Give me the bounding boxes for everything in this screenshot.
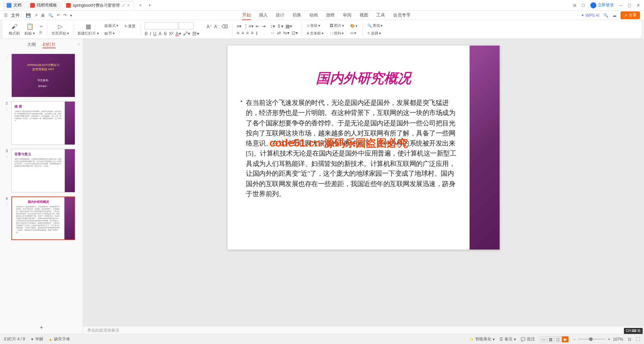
- canvas-scroll[interactable]: 国内外研究概况 在当前这个飞速发展的时代，无论是国内还是国外，发展都是突飞猛进的…: [83, 39, 644, 326]
- expand-icon[interactable]: ⛶: [636, 337, 640, 342]
- bold-icon[interactable]: B: [145, 31, 148, 37]
- cloud-icon[interactable]: ☁: [612, 13, 616, 18]
- section-button[interactable]: ▤节 ▾: [104, 30, 119, 37]
- add-tab-button[interactable]: +: [136, 1, 144, 9]
- increase-font-icon[interactable]: A⁺: [207, 24, 212, 29]
- popup-icon[interactable]: ⤢: [122, 3, 125, 8]
- slide-title[interactable]: 国内外研究概况: [316, 69, 411, 88]
- numbering-icon[interactable]: ⋮≡▾: [244, 23, 253, 29]
- maximize-icon[interactable]: ▢: [628, 3, 631, 8]
- qat-dropdown-icon[interactable]: ▾: [70, 13, 72, 18]
- start-from-button[interactable]: ▷ 当页开始 ▾: [51, 23, 69, 36]
- tab-animation[interactable]: 动画: [309, 11, 318, 20]
- shape-button[interactable]: ◇形状 ▾: [306, 22, 324, 29]
- login-button[interactable]: 立即登录: [590, 2, 614, 8]
- box-icon[interactable]: ⬡: [582, 3, 585, 8]
- arrange-button[interactable]: ⬚排列 ▾: [329, 30, 345, 37]
- superscript-icon[interactable]: X²: [169, 31, 173, 37]
- file-menu[interactable]: 文件: [11, 12, 20, 18]
- fit-icon[interactable]: ⊡: [628, 337, 631, 342]
- tab-review[interactable]: 审阅: [343, 11, 352, 20]
- close-window-icon[interactable]: ✕: [637, 3, 640, 8]
- distribute-icon[interactable]: ⫿: [256, 30, 258, 36]
- hamburger-icon[interactable]: ☰: [4, 13, 8, 18]
- new-slide-button[interactable]: ▦ 新建幻灯片 ▾: [77, 23, 99, 36]
- tab-menu-button[interactable]: ▾: [146, 1, 154, 9]
- slide-thumb-1[interactable]: SPRINGBOOT付费自习 室管理系统 PPT 学生姓名: 指导老师：: [11, 54, 75, 97]
- slide-thumb-4[interactable]: 国内外研究概况 在当前这个飞速发展的时代，无论是国内外，发展都是突飞猛进的，经济…: [11, 196, 75, 240]
- shadow-icon[interactable]: A: [159, 31, 162, 37]
- wps-ai-button[interactable]: ✦ WPS AI: [581, 13, 599, 18]
- tab-design[interactable]: 设计: [276, 11, 284, 20]
- tab-tools[interactable]: 工具: [376, 11, 385, 20]
- undo-icon[interactable]: ↶: [57, 13, 60, 18]
- increase-indent-icon[interactable]: ⇥: [262, 23, 266, 29]
- zoom-in-icon[interactable]: +: [608, 337, 610, 342]
- tab-view[interactable]: 视图: [360, 11, 368, 20]
- print-icon[interactable]: 🖶: [41, 13, 45, 18]
- collapse-icon[interactable]: ‹: [78, 42, 79, 47]
- highlight-icon[interactable]: 🖍▾: [183, 31, 190, 37]
- select-button[interactable]: ↖选择 ▾: [367, 30, 383, 37]
- copy-icon[interactable]: ⎘: [40, 30, 43, 35]
- tab-slideshow[interactable]: 放映: [326, 11, 335, 20]
- thumbnail-list[interactable]: ☆ SPRINGBOOT付费自习 室管理系统 PPT 学生姓名: 指导老师： 2…: [0, 51, 83, 322]
- doc-tab-1[interactable]: 文档: [3, 1, 25, 10]
- missing-font-warning[interactable]: ▲缺失字体: [49, 336, 70, 342]
- doc-tab-3[interactable]: springboot付费自习室管理 ⤢ ×: [62, 1, 134, 10]
- font-size-select[interactable]: [179, 22, 194, 30]
- bullets-icon[interactable]: ≡▾: [236, 23, 241, 29]
- cut-icon[interactable]: ✂: [40, 24, 43, 29]
- redo-icon[interactable]: ↷: [63, 13, 67, 18]
- slide-counter[interactable]: 幻灯片 4 / 9: [4, 336, 25, 342]
- font-color-icon[interactable]: A▾: [175, 31, 181, 37]
- outline-button[interactable]: ▭▾: [350, 30, 358, 36]
- align-center-icon[interactable]: ≡: [241, 30, 244, 36]
- search-icon[interactable]: 🔍: [603, 13, 608, 18]
- align-right-icon[interactable]: ≡: [246, 30, 249, 36]
- star-icon[interactable]: ☆: [5, 203, 8, 206]
- tab-start[interactable]: 开始: [242, 11, 251, 20]
- format-painter-button[interactable]: 🖌 格式刷: [9, 23, 20, 36]
- line-spacing-icon[interactable]: ⇕▾: [277, 23, 283, 29]
- underline-icon[interactable]: U: [153, 31, 156, 37]
- reading-view-icon[interactable]: ◫: [554, 336, 561, 342]
- justify-icon[interactable]: ≡: [251, 30, 254, 36]
- notes-pane[interactable]: 单击此处添加备注: [83, 326, 644, 334]
- add-slide-button[interactable]: +: [0, 322, 83, 334]
- tab-insert[interactable]: 插入: [259, 11, 268, 20]
- zoom-slider[interactable]: [578, 339, 605, 340]
- save-icon[interactable]: 💾: [26, 13, 31, 18]
- theme-indicator[interactable]: ✦华丽: [31, 336, 43, 342]
- spacing-icon[interactable]: ↔: [270, 30, 275, 36]
- zoom-out-icon[interactable]: −: [573, 337, 576, 342]
- comments-button[interactable]: 💬批注: [521, 336, 535, 342]
- find-button[interactable]: 🔍查找 ▾: [367, 22, 383, 29]
- reset-button[interactable]: ↻重置: [124, 23, 136, 30]
- pinyin-icon[interactable]: 拼▾: [192, 31, 199, 37]
- tab-outline[interactable]: 大纲: [27, 42, 36, 48]
- text-direction-icon[interactable]: ↕▾: [270, 23, 275, 29]
- export-icon[interactable]: ↗: [34, 13, 38, 18]
- textbox-button[interactable]: A文本框 ▾: [306, 30, 324, 37]
- strike-icon[interactable]: S: [164, 31, 167, 37]
- doc-tab-2[interactable]: 找稻壳模板: [26, 1, 61, 10]
- decrease-indent-icon[interactable]: ⇤: [256, 23, 260, 29]
- close-icon[interactable]: ×: [127, 3, 130, 8]
- picture-button[interactable]: 🖼图片 ▾: [329, 22, 345, 29]
- share-button[interactable]: ↗ 分享: [621, 11, 640, 19]
- slide-thumb-2[interactable]: 摘 要 计算机学习是学校常常开设的课程，提高学生的基础，操作与开发工作相辅相成,…: [11, 101, 75, 145]
- beautify-button[interactable]: ✨智能美化▾: [469, 336, 495, 342]
- preview-icon[interactable]: 🔍: [48, 13, 53, 18]
- tab-icon[interactable]: ⊡▾: [291, 30, 298, 36]
- italic-icon[interactable]: I: [150, 31, 151, 37]
- star-icon[interactable]: ☆: [5, 107, 8, 111]
- star-icon[interactable]: ☆: [5, 56, 8, 59]
- slide-thumb-3[interactable]: 背景与意义 现在中业的悦速发展，计算机技术的影响是全方面深入的，特别对每日社会的…: [11, 149, 75, 192]
- sorter-view-icon[interactable]: ▦: [547, 336, 554, 342]
- normal-view-icon[interactable]: ▭: [540, 336, 546, 342]
- tab-slides[interactable]: 幻灯片: [43, 42, 56, 48]
- spacing2-icon[interactable]: ⇆▾: [283, 30, 289, 36]
- slide-canvas[interactable]: 国内外研究概况 在当前这个飞速发展的时代，无论是国内还是国外，发展都是突飞猛进的…: [227, 46, 499, 249]
- align-left-icon[interactable]: ≡: [236, 30, 239, 36]
